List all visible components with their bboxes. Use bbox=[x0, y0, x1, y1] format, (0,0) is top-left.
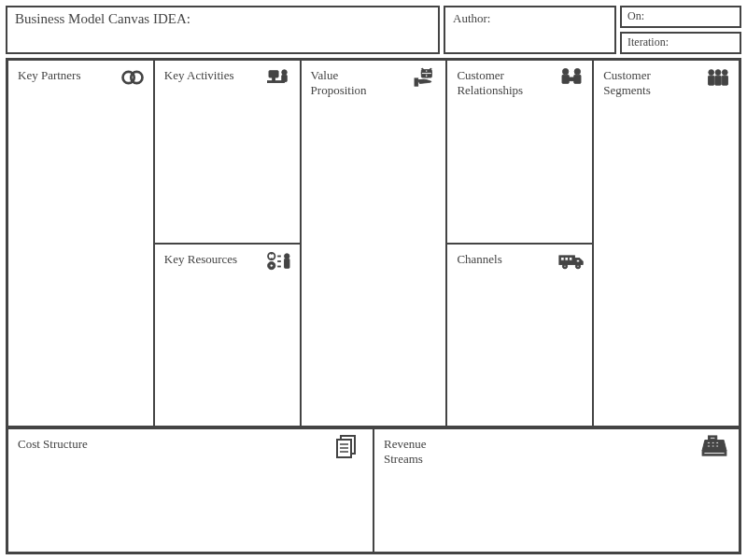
desk-person-icon bbox=[266, 66, 292, 89]
svg-point-22 bbox=[574, 68, 580, 74]
cash-register-icon bbox=[701, 435, 729, 459]
svg-rect-6 bbox=[281, 75, 287, 81]
svg-rect-52 bbox=[716, 441, 719, 443]
key-resources-label: Key Resources bbox=[164, 252, 248, 267]
canvas-bottom-row: Cost Structure Revenue Streams bbox=[6, 428, 741, 554]
people-group-icon bbox=[705, 66, 731, 89]
svg-point-5 bbox=[281, 70, 287, 76]
svg-rect-54 bbox=[712, 445, 714, 447]
svg-point-15 bbox=[284, 253, 289, 259]
svg-point-11 bbox=[270, 263, 273, 266]
on-field[interactable]: On: bbox=[620, 6, 741, 28]
svg-point-35 bbox=[709, 70, 714, 76]
iteration-field[interactable]: Iteration: bbox=[620, 32, 741, 54]
svg-rect-53 bbox=[708, 445, 711, 447]
svg-rect-25 bbox=[569, 77, 575, 81]
block-key-activities[interactable]: Key Activities bbox=[154, 60, 301, 244]
svg-rect-16 bbox=[284, 259, 289, 268]
block-channels[interactable]: Channels bbox=[446, 244, 593, 427]
iteration-label: Iteration: bbox=[627, 35, 669, 49]
svg-point-37 bbox=[722, 70, 727, 76]
block-value-proposition[interactable]: Value Proposition bbox=[301, 60, 447, 427]
revenue-streams-label: Revenue Streams bbox=[384, 437, 458, 468]
customer-relationships-label: Customer Relationships bbox=[457, 68, 541, 99]
svg-rect-30 bbox=[576, 259, 580, 262]
svg-rect-47 bbox=[710, 437, 715, 439]
gift-hand-icon bbox=[412, 66, 438, 89]
svg-point-34 bbox=[577, 265, 579, 267]
title-field[interactable]: Business Model Canvas IDEA: bbox=[6, 6, 440, 54]
customer-segments-label: Customer Segments bbox=[603, 68, 687, 99]
canvas-header: Business Model Canvas IDEA: Author: On: … bbox=[6, 6, 741, 54]
svg-point-36 bbox=[715, 70, 721, 76]
key-activities-label: Key Activities bbox=[164, 68, 248, 83]
svg-rect-27 bbox=[561, 257, 565, 260]
canvas-main-grid: Key Partners Key Activities bbox=[6, 58, 741, 428]
channels-label: Channels bbox=[457, 252, 541, 267]
svg-rect-50 bbox=[708, 441, 711, 443]
truck-icon bbox=[558, 250, 585, 273]
block-key-resources[interactable]: Key Resources bbox=[154, 244, 301, 427]
svg-rect-3 bbox=[272, 77, 275, 81]
svg-rect-55 bbox=[716, 445, 719, 447]
business-model-canvas: Business Model Canvas IDEA: Author: On: … bbox=[6, 6, 741, 554]
rings-icon bbox=[120, 66, 146, 89]
value-proposition-label: Value Proposition bbox=[311, 68, 395, 99]
svg-rect-49 bbox=[704, 452, 725, 454]
block-customer-segments[interactable]: Customer Segments bbox=[593, 60, 740, 427]
svg-rect-39 bbox=[715, 76, 721, 85]
svg-point-1 bbox=[131, 72, 142, 83]
on-label: On: bbox=[627, 9, 644, 22]
svg-rect-2 bbox=[269, 71, 278, 77]
block-revenue-streams[interactable]: Revenue Streams bbox=[374, 428, 740, 553]
svg-point-21 bbox=[563, 68, 569, 74]
svg-point-32 bbox=[564, 265, 566, 267]
key-partners-label: Key Partners bbox=[18, 68, 102, 83]
author-label: Author: bbox=[453, 11, 490, 25]
svg-rect-20 bbox=[415, 78, 418, 86]
svg-rect-51 bbox=[712, 441, 714, 443]
block-cost-structure[interactable]: Cost Structure bbox=[7, 428, 374, 553]
resources-icon bbox=[266, 250, 292, 273]
title-label: Business Model Canvas IDEA: bbox=[15, 11, 190, 26]
block-customer-relationships[interactable]: Customer Relationships bbox=[446, 60, 593, 244]
handshake-icon bbox=[558, 66, 585, 89]
svg-rect-29 bbox=[570, 257, 573, 260]
cost-structure-label: Cost Structure bbox=[18, 437, 92, 452]
svg-rect-38 bbox=[709, 76, 714, 85]
documents-icon bbox=[335, 435, 363, 459]
meta-column: On: Iteration: bbox=[620, 6, 741, 54]
svg-rect-28 bbox=[565, 257, 569, 260]
block-key-partners[interactable]: Key Partners bbox=[7, 60, 154, 427]
svg-rect-19 bbox=[422, 73, 432, 75]
svg-rect-40 bbox=[722, 76, 727, 85]
author-field[interactable]: Author: bbox=[444, 6, 616, 54]
